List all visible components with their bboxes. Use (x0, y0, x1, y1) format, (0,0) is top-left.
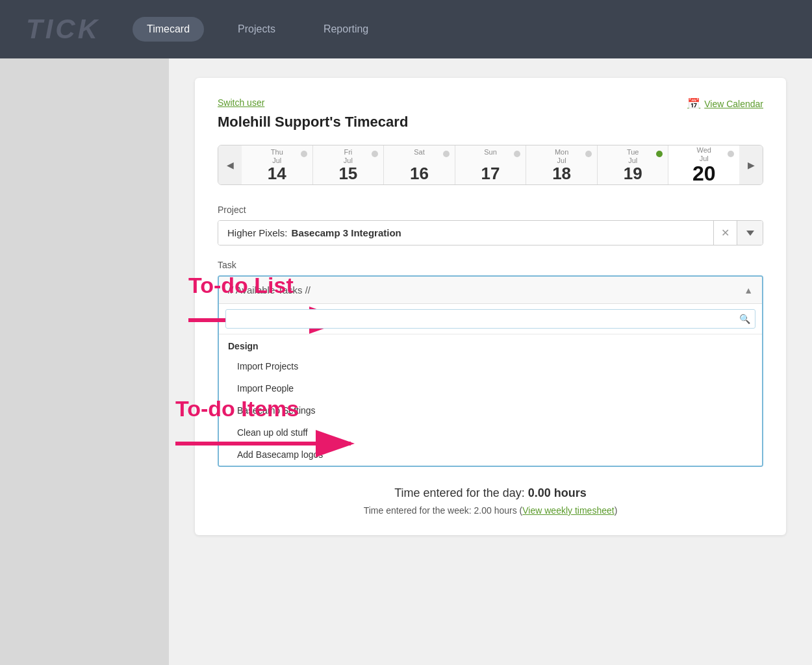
date-dot-thu14 (301, 151, 307, 157)
main-layout: To-do List To-do Items (0, 58, 812, 665)
project-dropdown-button[interactable] (737, 221, 763, 245)
task-item-import-people[interactable]: Import People (219, 377, 762, 399)
page-title: Molehill Support's Timecard (218, 114, 763, 131)
task-search-wrapper: 🔍 (225, 309, 755, 329)
date-dot-mon18 (585, 151, 592, 157)
date-cell-mon18[interactable]: MonJul 18 (526, 145, 598, 184)
date-cell-wed20[interactable]: WedJul 20 (668, 145, 739, 184)
task-item-clean-up[interactable]: Clean up old stuff (219, 421, 762, 444)
date-dot-fri15 (372, 151, 378, 157)
sidebar (0, 58, 169, 665)
timecard-card: Switch user 📅 View Calendar Molehill Sup… (195, 78, 786, 535)
nav-reporting[interactable]: Reporting (309, 17, 383, 42)
date-prev-button[interactable]: ◀ (218, 145, 242, 184)
project-select-row: Higher Pixels: Basecamp 3 Integration ✕ (218, 220, 763, 245)
header: TICK Timecard Projects Reporting (0, 0, 812, 58)
task-dropdown-container: // Available Tasks // ▲ 🔍 Design Import … (218, 275, 763, 467)
date-dot-sat16 (443, 151, 450, 157)
switch-user-link[interactable]: Switch user (218, 97, 264, 108)
date-cell-fri15[interactable]: FriJul 15 (313, 145, 385, 184)
date-cell-sun17[interactable]: Sun 17 (455, 145, 527, 184)
task-item-basecamp-settings[interactable]: Basecamp Settings (219, 399, 762, 421)
view-calendar-link[interactable]: 📅 View Calendar (687, 97, 763, 110)
app-logo: TICK (26, 14, 100, 45)
date-cell-tue19[interactable]: TueJul 19 (598, 145, 669, 184)
task-header-arrow-icon: ▲ (744, 285, 753, 295)
nav-projects[interactable]: Projects (223, 17, 290, 42)
task-item-import-projects[interactable]: Import Projects (219, 355, 762, 377)
calendar-icon: 📅 (687, 97, 700, 110)
date-navigator: ◀ ThuJul 14 FriJul 15 Sat 16 (218, 145, 763, 185)
task-header-text: // Available Tasks // (228, 284, 311, 295)
task-search-row: 🔍 (219, 304, 762, 334)
date-dot-tue19 (656, 151, 663, 157)
date-next-button[interactable]: ▶ (739, 145, 763, 184)
view-weekly-timesheet-link[interactable]: View weekly timesheet (522, 505, 614, 516)
project-clear-button[interactable]: ✕ (713, 221, 737, 245)
date-cell-sat16[interactable]: Sat 16 (384, 145, 455, 184)
time-day-label: Time entered for the day: 0.00 hours (218, 486, 763, 500)
date-cell-thu14[interactable]: ThuJul 14 (242, 145, 313, 184)
time-summary: Time entered for the day: 0.00 hours Tim… (218, 486, 763, 516)
task-label: Task (218, 260, 763, 270)
task-header[interactable]: // Available Tasks // ▲ (219, 277, 762, 304)
task-item-add-logos[interactable]: Add Basecamp logos (219, 444, 762, 466)
top-bar: Switch user 📅 View Calendar (218, 97, 763, 110)
project-select-value[interactable]: Higher Pixels: Basecamp 3 Integration (218, 221, 713, 245)
time-week-label: Time entered for the week: 2.00 hours (V… (218, 505, 763, 516)
task-search-input[interactable] (225, 309, 755, 329)
project-label: Project (218, 205, 763, 215)
date-dot-wed20 (728, 151, 734, 157)
annotation-wrapper: To-do List To-do Items (195, 78, 786, 535)
date-dot-sun17 (514, 151, 520, 157)
task-group-design: Design (219, 334, 762, 355)
content-area: To-do List To-do Items (169, 58, 812, 665)
nav-timecard[interactable]: Timecard (133, 17, 204, 42)
